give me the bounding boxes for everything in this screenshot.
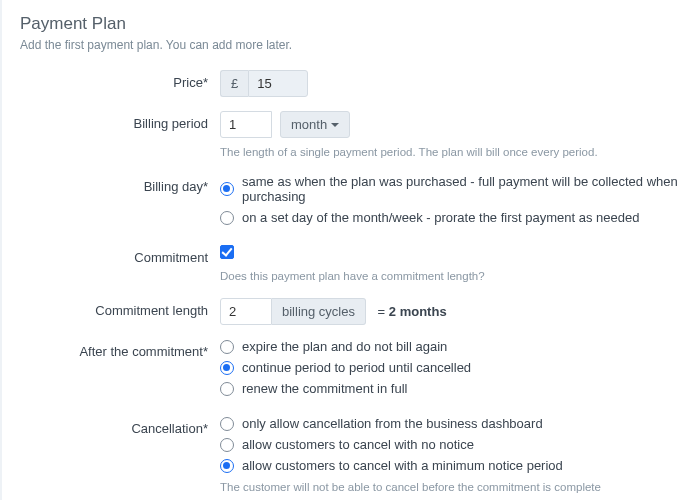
after-option-continue[interactable]: continue period to period until cancelle… <box>220 360 682 375</box>
cancel-radio-minnotice[interactable] <box>220 459 234 473</box>
after-radio-expire[interactable] <box>220 340 234 354</box>
commitment-hint: Does this payment plan have a commitment… <box>220 268 682 284</box>
after-commitment-label: After the commitment* <box>20 339 220 359</box>
commitment-length-group: billing cycles <box>220 298 366 325</box>
commitment-label: Commitment <box>20 245 220 265</box>
cancel-option-nonotice[interactable]: allow customers to cancel with no notice <box>220 437 682 452</box>
cancel-option-dashboard[interactable]: only allow cancellation from the busines… <box>220 416 682 431</box>
price-label: Price* <box>20 70 220 90</box>
billing-day-radio-set[interactable] <box>220 211 234 225</box>
price-input-group: £ <box>220 70 308 97</box>
row-commitment: Commitment Does this payment plan have a… <box>20 245 682 284</box>
billing-day-label: Billing day* <box>20 174 220 194</box>
after-expire-text: expire the plan and do not bill again <box>242 339 447 354</box>
chevron-down-icon <box>331 123 339 127</box>
cancellation-label: Cancellation* <box>20 416 220 436</box>
after-renew-text: renew the commitment in full <box>242 381 407 396</box>
after-option-expire[interactable]: expire the plan and do not bill again <box>220 339 682 354</box>
commitment-length-equals: = 2 months <box>378 304 447 319</box>
billing-period-label: Billing period <box>20 111 220 131</box>
billing-day-same-text: same as when the plan was purchased - fu… <box>242 174 682 204</box>
after-radio-renew[interactable] <box>220 382 234 396</box>
commitment-length-input[interactable] <box>220 298 272 325</box>
billing-day-option-same[interactable]: same as when the plan was purchased - fu… <box>220 174 682 204</box>
after-continue-text: continue period to period until cancelle… <box>242 360 471 375</box>
row-price: Price* £ <box>20 70 682 97</box>
cancel-nonotice-text: allow customers to cancel with no notice <box>242 437 474 452</box>
row-commitment-length: Commitment length billing cycles = 2 mon… <box>20 298 682 325</box>
cancel-minnotice-text: allow customers to cancel with a minimum… <box>242 458 563 473</box>
price-input[interactable] <box>248 70 308 97</box>
billing-day-set-text: on a set day of the month/week - prorate… <box>242 210 639 225</box>
billing-day-option-set[interactable]: on a set day of the month/week - prorate… <box>220 210 682 225</box>
page-subtitle: Add the first payment plan. You can add … <box>20 38 682 52</box>
cancel-radio-dashboard[interactable] <box>220 417 234 431</box>
commitment-checkbox[interactable] <box>220 245 234 259</box>
currency-addon: £ <box>220 70 248 97</box>
billing-period-hint: The length of a single payment period. T… <box>220 144 682 160</box>
row-cancellation: Cancellation* only allow cancellation fr… <box>20 416 682 500</box>
after-radio-continue[interactable] <box>220 361 234 375</box>
billing-period-group: month <box>220 111 350 138</box>
billing-period-unit-text: month <box>291 117 327 132</box>
page-title: Payment Plan <box>20 14 682 34</box>
billing-day-radio-same[interactable] <box>220 182 234 196</box>
row-billing-day: Billing day* same as when the plan was p… <box>20 174 682 231</box>
row-after-commitment: After the commitment* expire the plan an… <box>20 339 682 402</box>
commitment-length-unit: billing cycles <box>272 298 366 325</box>
cancel-option-minnotice[interactable]: allow customers to cancel with a minimum… <box>220 458 682 473</box>
billing-period-input[interactable] <box>220 111 272 138</box>
billing-period-unit-dropdown[interactable]: month <box>280 111 350 138</box>
commitment-length-label: Commitment length <box>20 298 220 318</box>
cancel-dashboard-text: only allow cancellation from the busines… <box>242 416 543 431</box>
cancellation-hint: The customer will not be able to cancel … <box>220 479 682 495</box>
row-billing-period: Billing period month The length of a sin… <box>20 111 682 160</box>
cancel-radio-nonotice[interactable] <box>220 438 234 452</box>
after-option-renew[interactable]: renew the commitment in full <box>220 381 682 396</box>
